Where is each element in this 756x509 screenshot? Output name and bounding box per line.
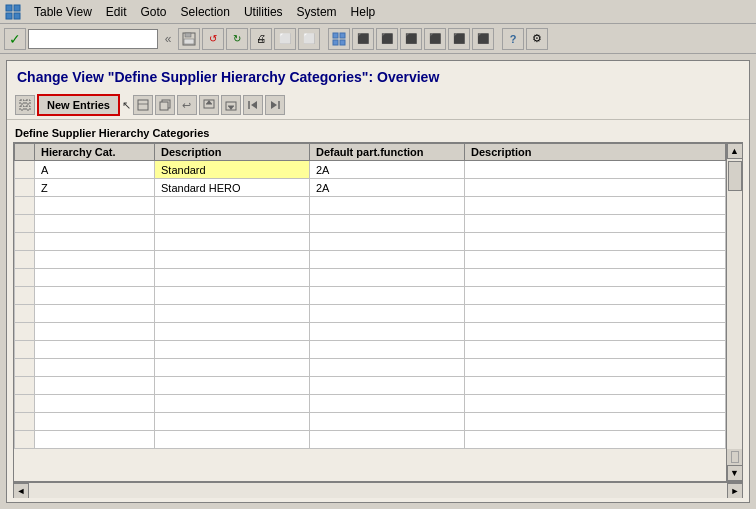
horizontal-scrollbar[interactable]: ◄ ► <box>13 482 743 498</box>
empty-cell <box>155 287 310 305</box>
hier-cat-2[interactable]: Z <box>35 179 155 197</box>
table-row[interactable]: A Standard 2A <box>15 161 726 179</box>
move-up-icon[interactable] <box>199 95 219 115</box>
empty-cell <box>155 251 310 269</box>
empty-cell <box>15 323 35 341</box>
settings-button[interactable]: ⚙ <box>526 28 548 50</box>
empty-cell <box>310 323 465 341</box>
detail-view-icon[interactable] <box>133 95 153 115</box>
empty-cell <box>35 233 155 251</box>
empty-cell <box>35 377 155 395</box>
empty-cell <box>35 269 155 287</box>
redo-button[interactable]: ↻ <box>226 28 248 50</box>
undo-icon[interactable]: ↩ <box>177 95 197 115</box>
action3-button[interactable]: ⬜ <box>298 28 320 50</box>
undo-button[interactable]: ↺ <box>202 28 224 50</box>
svg-rect-12 <box>26 100 30 104</box>
scroll-track-h[interactable] <box>29 483 727 498</box>
scroll-thumb-v[interactable] <box>728 161 742 191</box>
empty-cell <box>35 215 155 233</box>
empty-cell <box>155 197 310 215</box>
table-row[interactable]: Z Standard HERO 2A <box>15 179 726 197</box>
action2-button[interactable]: ⬜ <box>274 28 296 50</box>
default-part-1[interactable]: 2A <box>310 161 465 179</box>
move-first-icon[interactable] <box>243 95 263 115</box>
svg-rect-11 <box>20 100 24 104</box>
action6-button[interactable]: ⬛ <box>400 28 422 50</box>
svg-rect-13 <box>20 106 24 110</box>
empty-cell <box>155 359 310 377</box>
empty-cell <box>35 431 155 449</box>
empty-cell <box>310 395 465 413</box>
col-default-part: Default part.function <box>310 144 465 161</box>
empty-cell <box>310 413 465 431</box>
empty-cell <box>15 377 35 395</box>
empty-cell <box>15 233 35 251</box>
scroll-right-button[interactable]: ► <box>727 483 743 499</box>
default-part-2[interactable]: 2A <box>310 179 465 197</box>
action4-button[interactable]: ⬛ <box>352 28 374 50</box>
empty-cell <box>15 305 35 323</box>
action7-button[interactable]: ⬛ <box>424 28 446 50</box>
description-1[interactable]: Standard <box>155 161 310 179</box>
empty-cell <box>310 377 465 395</box>
empty-cell <box>35 359 155 377</box>
grid-icon[interactable] <box>328 28 350 50</box>
empty-row <box>15 287 726 305</box>
empty-cell <box>35 197 155 215</box>
empty-cell <box>15 215 35 233</box>
help-button[interactable]: ? <box>502 28 524 50</box>
empty-cell <box>15 359 35 377</box>
hier-cat-1[interactable]: A <box>35 161 155 179</box>
select-all-icon[interactable] <box>15 95 35 115</box>
empty-cell <box>465 341 726 359</box>
action5-button[interactable]: ⬛ <box>376 28 398 50</box>
scroll-left-button[interactable]: ◄ <box>13 483 29 499</box>
row-select-2[interactable] <box>15 179 35 197</box>
action1-button[interactable]: 🖨 <box>250 28 272 50</box>
description-2[interactable]: Standard HERO <box>155 179 310 197</box>
page-title: Change View "Define Supplier Hierarchy C… <box>7 61 749 91</box>
nav-first[interactable]: « <box>160 28 176 50</box>
new-entries-button[interactable]: New Entries <box>37 94 120 116</box>
empty-cell <box>465 323 726 341</box>
action9-button[interactable]: ⬛ <box>472 28 494 50</box>
empty-cell <box>155 341 310 359</box>
empty-cell <box>15 395 35 413</box>
save-button[interactable] <box>178 28 200 50</box>
content-area: Change View "Define Supplier Hierarchy C… <box>6 60 750 503</box>
copy-icon[interactable] <box>155 95 175 115</box>
description2-1[interactable] <box>465 161 726 179</box>
scroll-down-button[interactable]: ▼ <box>727 465 743 481</box>
menu-selection[interactable]: Selection <box>175 3 236 21</box>
empty-cell <box>465 233 726 251</box>
action8-button[interactable]: ⬛ <box>448 28 470 50</box>
move-down-icon[interactable] <box>221 95 241 115</box>
menu-goto[interactable]: Goto <box>135 3 173 21</box>
menu-utilities[interactable]: Utilities <box>238 3 289 21</box>
menu-tableview[interactable]: Table View <box>28 3 98 21</box>
menu-system[interactable]: System <box>291 3 343 21</box>
move-last-icon[interactable] <box>265 95 285 115</box>
description2-2[interactable] <box>465 179 726 197</box>
command-dropdown[interactable] <box>28 29 158 49</box>
empty-cell <box>35 287 155 305</box>
scroll-up-button[interactable]: ▲ <box>727 143 743 159</box>
empty-cell <box>15 413 35 431</box>
row-select-1[interactable] <box>15 161 35 179</box>
svg-rect-9 <box>333 40 338 45</box>
resize-handle[interactable] <box>731 451 739 463</box>
svg-rect-15 <box>138 100 148 110</box>
menu-edit[interactable]: Edit <box>100 3 133 21</box>
svg-rect-2 <box>6 13 12 19</box>
col-description1: Description <box>155 144 310 161</box>
empty-cell <box>155 233 310 251</box>
menu-help[interactable]: Help <box>345 3 382 21</box>
empty-row <box>15 305 726 323</box>
svg-marker-24 <box>228 106 234 110</box>
svg-rect-3 <box>14 13 20 19</box>
empty-row <box>15 215 726 233</box>
scroll-track-v[interactable] <box>727 159 742 449</box>
check-icon[interactable]: ✓ <box>4 28 26 50</box>
vertical-scrollbar[interactable]: ▲ ▼ <box>726 143 742 481</box>
